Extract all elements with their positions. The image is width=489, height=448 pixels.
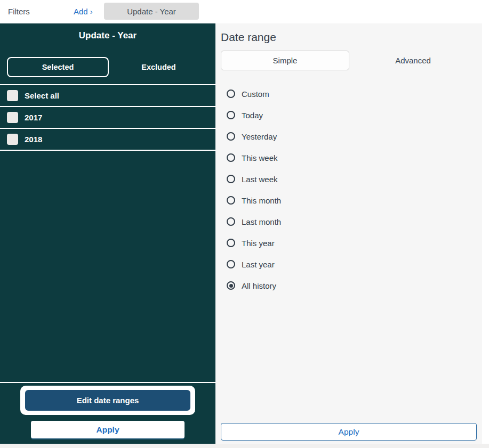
filters-label: Filters [8, 7, 30, 16]
date-range-apply-button[interactable]: Apply [221, 423, 477, 441]
radio-today[interactable] [227, 111, 235, 119]
option-last-year[interactable]: Last year [227, 254, 482, 275]
tab-advanced[interactable]: Advanced [349, 51, 477, 70]
option-last-week[interactable]: Last week [227, 168, 482, 190]
bottom-edge-gutter [0, 444, 489, 448]
filter-panel-footer: Edit date ranges Apply [0, 382, 215, 444]
row-2018[interactable]: 2018 [0, 129, 215, 151]
option-all-history[interactable]: All history [227, 275, 482, 296]
radio-last-year[interactable] [227, 260, 235, 268]
select-all-label: Select all [25, 91, 59, 100]
add-filter-label: Add [74, 7, 88, 16]
option-last-month[interactable]: Last month [227, 211, 482, 232]
edit-date-ranges-label: Edit date ranges [77, 396, 139, 405]
radio-last-week[interactable] [227, 175, 235, 183]
radio-this-month[interactable] [227, 196, 235, 205]
select-all-row[interactable]: Select all [0, 85, 215, 107]
option-today-label: Today [242, 111, 263, 120]
select-all-checkbox[interactable] [7, 90, 18, 101]
option-this-week-label: This week [242, 153, 278, 162]
edit-date-ranges-focus-ring: Edit date ranges [20, 386, 195, 415]
option-today[interactable]: Today [227, 104, 482, 126]
filter-panel-title: Update - Year [0, 23, 215, 42]
option-custom[interactable]: Custom [227, 83, 482, 104]
row-2017-label: 2017 [25, 113, 42, 122]
option-this-year-label: This year [242, 239, 275, 248]
checkbox-2018[interactable] [7, 134, 18, 145]
radio-last-month[interactable] [227, 217, 235, 226]
option-all-history-label: All history [242, 281, 276, 290]
tab-simple[interactable]: Simple [221, 51, 349, 70]
tab-update-year-label: Update - Year [127, 7, 176, 16]
year-list: Select all 2017 2018 [0, 84, 215, 151]
date-range-apply-label: Apply [339, 427, 359, 437]
tab-selected-label: Selected [42, 63, 74, 71]
tab-selected[interactable]: Selected [7, 57, 109, 77]
simple-advanced-tabs: Simple Advanced [221, 51, 477, 70]
option-yesterday[interactable]: Yesterday [227, 126, 482, 147]
tab-simple-label: Simple [273, 56, 298, 65]
add-filter-link[interactable]: Add› [74, 7, 93, 16]
right-edge-gutter [482, 23, 489, 444]
option-this-week[interactable]: This week [227, 147, 482, 168]
option-last-year-label: Last year [242, 260, 275, 269]
selected-excluded-toggle: Selected Excluded [7, 57, 209, 77]
panel-spacer [0, 151, 215, 382]
option-this-month-label: This month [242, 196, 281, 205]
checkbox-2017[interactable] [7, 112, 18, 123]
filter-apply-button[interactable]: Apply [31, 421, 185, 438]
tab-excluded-label: Excluded [141, 63, 175, 71]
radio-this-week[interactable] [227, 153, 235, 162]
tab-excluded[interactable]: Excluded [109, 57, 209, 77]
option-custom-label: Custom [242, 89, 269, 99]
radio-custom[interactable] [227, 89, 235, 98]
filter-editor-panel: Update - Year Selected Excluded Select a… [0, 23, 215, 444]
tab-advanced-label: Advanced [395, 56, 431, 65]
option-this-year[interactable]: This year [227, 232, 482, 254]
option-this-month[interactable]: This month [227, 190, 482, 211]
option-yesterday-label: Yesterday [242, 132, 277, 141]
radio-this-year[interactable] [227, 239, 235, 247]
option-last-week-label: Last week [242, 175, 278, 184]
option-last-month-label: Last month [242, 217, 281, 226]
date-range-options: Custom Today Yesterday This week Last we… [227, 83, 482, 296]
row-2018-label: 2018 [25, 135, 42, 144]
tab-update-year[interactable]: Update - Year [104, 3, 199, 20]
filters-top-bar: Filters Add› Update - Year [0, 0, 489, 23]
chevron-right-icon: › [90, 7, 93, 16]
row-2017[interactable]: 2017 [0, 107, 215, 129]
radio-all-history[interactable] [227, 281, 235, 290]
date-range-title: Date range [221, 31, 482, 44]
filter-apply-label: Apply [96, 425, 119, 435]
date-range-panel: Date range Simple Advanced Custom Today … [215, 23, 482, 444]
radio-yesterday[interactable] [227, 132, 235, 141]
edit-date-ranges-button[interactable]: Edit date ranges [25, 390, 190, 411]
